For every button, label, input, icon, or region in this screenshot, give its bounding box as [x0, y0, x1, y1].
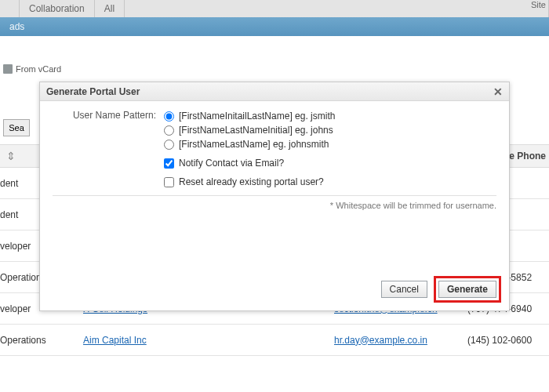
radio-pattern-2-label: [FirstNameLastNameInitial] eg. johns — [179, 123, 333, 137]
checkbox-notify[interactable]: Notify Contact via Email? — [164, 156, 496, 170]
dialog-title: Generate Portal User — [46, 86, 140, 97]
radio-pattern-1[interactable]: [FirstNameInitailLastName] eg. jsmith — [164, 109, 496, 123]
radio-pattern-3[interactable]: [FirstNameLastName] eg. johnsmith — [164, 137, 496, 151]
radio-pattern-2[interactable]: [FirstNameLastNameInitial] eg. johns — [164, 123, 496, 137]
radio-pattern-1-label: [FirstNameInitailLastName] eg. jsmith — [179, 109, 335, 123]
cancel-button[interactable]: Cancel — [381, 281, 427, 298]
divider — [53, 195, 496, 196]
checkbox-reset-label: Reset already existing portal user? — [179, 175, 324, 189]
radio-pattern-3-label: [FirstNameLastName] eg. johnsmith — [179, 137, 329, 151]
radio-pattern-3-input[interactable] — [164, 140, 174, 150]
close-icon[interactable]: ✕ — [493, 85, 503, 98]
radio-pattern-2-input[interactable] — [164, 125, 174, 136]
checkbox-reset[interactable]: Reset already existing portal user? — [164, 175, 496, 189]
radio-pattern-1-input[interactable] — [164, 111, 174, 122]
dialog-footer: Cancel Generate — [381, 276, 501, 303]
checkbox-notify-label: Notify Contact via Email? — [179, 156, 284, 170]
generate-button[interactable]: Generate — [438, 281, 496, 298]
checkbox-reset-input[interactable] — [164, 177, 174, 187]
whitespace-note: * Whitespace will be trimmed for usernam… — [53, 201, 496, 210]
generate-portal-user-dialog: Generate Portal User ✕ User Name Pattern… — [39, 82, 510, 311]
label-username-pattern: User Name Pattern: — [53, 109, 164, 121]
dialog-header: Generate Portal User ✕ — [40, 82, 509, 101]
modal-overlay: Generate Portal User ✕ User Name Pattern… — [0, 0, 549, 392]
highlight-box: Generate — [434, 276, 501, 303]
checkbox-notify-input[interactable] — [164, 158, 174, 169]
